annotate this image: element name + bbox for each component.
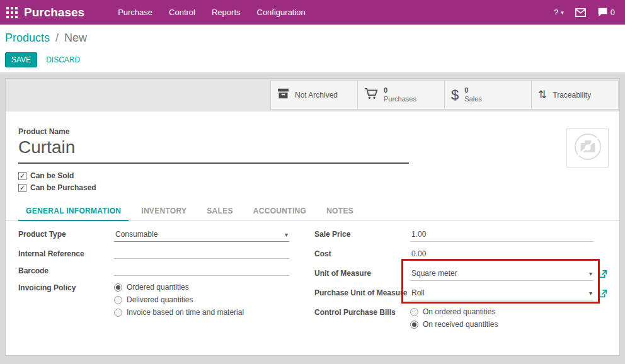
traceability-stat-button[interactable]: ⇅ Traceability bbox=[531, 80, 619, 110]
messages-icon[interactable] bbox=[575, 8, 586, 17]
discard-button[interactable]: DISCARD bbox=[46, 55, 80, 64]
radio-invoice-time-material[interactable]: Invoice based on time and material bbox=[114, 308, 244, 317]
internal-reference-label: Internal Reference bbox=[18, 248, 114, 258]
app-title[interactable]: Purchases bbox=[24, 6, 84, 20]
unit-of-measure-value: Square meter bbox=[411, 269, 585, 278]
product-type-value: Consumable bbox=[115, 230, 281, 239]
menu-reports[interactable]: Reports bbox=[204, 0, 249, 25]
radio-selected-icon bbox=[410, 321, 418, 329]
menu-control[interactable]: Control bbox=[161, 0, 204, 25]
tab-sales[interactable]: SALES bbox=[199, 203, 241, 220]
cost-input[interactable]: 0.00 bbox=[410, 248, 593, 261]
dollar-icon: $ bbox=[451, 87, 459, 103]
field-internal-reference: Internal Reference bbox=[18, 248, 289, 259]
traceability-stat-label: Traceability bbox=[553, 91, 591, 100]
product-type-select[interactable]: Consumable ▾ bbox=[114, 229, 289, 242]
sale-price-input[interactable]: 1.00 bbox=[410, 229, 593, 242]
can-be-sold-checkbox[interactable]: ✓ Can be Sold bbox=[18, 171, 96, 180]
sale-price-label: Sale Price bbox=[314, 229, 410, 239]
field-unit-of-measure: Unit of Measure Square meter ▾ bbox=[314, 268, 607, 281]
apps-menu-icon[interactable] bbox=[6, 7, 18, 18]
purchase-unit-of-measure-label: Purchase Unit of Measure bbox=[314, 287, 410, 297]
traceability-icon: ⇅ bbox=[538, 88, 547, 101]
help-menu[interactable]: ? ▾ bbox=[554, 8, 564, 17]
radio-label: Ordered quantities bbox=[127, 283, 189, 292]
form-sheet: Not Archived 0 Purchases $ 0 Sales ⇅ Tra… bbox=[5, 78, 620, 356]
cost-value: 0.00 bbox=[411, 249, 592, 258]
field-barcode: Barcode bbox=[18, 265, 289, 276]
tab-accounting[interactable]: ACCOUNTING bbox=[246, 203, 314, 220]
external-link-icon[interactable] bbox=[599, 290, 607, 298]
tab-notes[interactable]: NOTES bbox=[319, 203, 361, 220]
radio-on-ordered-quantities[interactable]: On ordered quantities bbox=[410, 307, 498, 316]
invoicing-policy-options: Ordered quantities Delivered quantities … bbox=[114, 282, 244, 317]
unit-of-measure-label: Unit of Measure bbox=[314, 268, 410, 278]
cost-label: Cost bbox=[314, 248, 410, 258]
camera-icon bbox=[570, 131, 605, 165]
field-purchase-unit-of-measure: Purchase Unit of Measure Roll ▾ bbox=[314, 287, 607, 300]
product-type-label: Product Type bbox=[18, 229, 114, 239]
general-information-fields: Product Type Consumable ▾ Internal Refer… bbox=[18, 229, 607, 335]
radio-label: Invoice based on time and material bbox=[127, 308, 244, 317]
sale-price-value: 1.00 bbox=[411, 230, 592, 239]
save-button[interactable]: SAVE bbox=[5, 52, 37, 67]
chat-count-badge: 0 bbox=[611, 8, 615, 17]
top-menu: Purchase Control Reports Configuration bbox=[110, 0, 314, 25]
chat-icon[interactable]: 0 bbox=[597, 8, 615, 17]
can-be-purchased-label: Can be Purchased bbox=[30, 183, 96, 192]
purchases-stat-label: Purchases bbox=[384, 95, 416, 103]
control-purchase-bills-options: On ordered quantities On received quanti… bbox=[410, 307, 498, 329]
radio-unselected-icon bbox=[114, 296, 122, 304]
unit-of-measure-select[interactable]: Square meter ▾ bbox=[410, 268, 593, 281]
radio-unselected-icon bbox=[114, 309, 122, 317]
radio-ordered-quantities[interactable]: Ordered quantities bbox=[114, 283, 244, 292]
purchases-count: 0 bbox=[384, 86, 416, 94]
tab-inventory[interactable]: INVENTORY bbox=[134, 203, 194, 220]
chevron-down-icon: ▾ bbox=[285, 231, 288, 238]
product-flags: ✓ Can be Sold ✓ Can be Purchased bbox=[18, 171, 96, 192]
field-control-purchase-bills: Control Purchase Bills On ordered quanti… bbox=[314, 307, 607, 329]
field-cost: Cost 0.00 bbox=[314, 248, 607, 261]
product-name-label: Product Name bbox=[18, 127, 69, 136]
breadcrumb-products-link[interactable]: Products bbox=[5, 31, 50, 44]
breadcrumb-separator: / bbox=[55, 31, 59, 44]
sales-stat-label: Sales bbox=[464, 95, 482, 103]
fields-left-column: Product Type Consumable ▾ Internal Refer… bbox=[18, 229, 289, 335]
field-product-type: Product Type Consumable ▾ bbox=[18, 229, 289, 242]
archive-icon bbox=[277, 88, 289, 101]
field-invoicing-policy: Invoicing Policy Ordered quantities Deli… bbox=[18, 282, 289, 317]
help-icon: ? bbox=[554, 8, 558, 17]
tab-general-information[interactable]: GENERAL INFORMATION bbox=[18, 203, 129, 221]
sales-stat-button[interactable]: $ 0 Sales bbox=[444, 80, 532, 110]
chevron-down-icon: ▾ bbox=[589, 290, 592, 297]
stat-button-row: Not Archived 0 Purchases $ 0 Sales ⇅ Tra… bbox=[271, 80, 619, 110]
archive-stat-label: Not Archived bbox=[295, 91, 338, 100]
chevron-down-icon: ▾ bbox=[561, 9, 564, 16]
menu-purchase[interactable]: Purchase bbox=[110, 0, 161, 25]
control-purchase-bills-label: Control Purchase Bills bbox=[314, 307, 410, 317]
archive-stat-button[interactable]: Not Archived bbox=[270, 80, 358, 110]
radio-delivered-quantities[interactable]: Delivered quantities bbox=[114, 295, 244, 304]
menu-configuration[interactable]: Configuration bbox=[249, 0, 314, 25]
internal-reference-input[interactable] bbox=[114, 248, 289, 259]
product-name-input[interactable]: Curtain bbox=[18, 137, 409, 164]
barcode-input[interactable] bbox=[114, 265, 289, 276]
radio-unselected-icon bbox=[410, 308, 418, 316]
fields-right-column: Sale Price 1.00 Cost 0.00 Unit of Measur… bbox=[314, 229, 607, 335]
purchases-stat-button[interactable]: 0 Purchases bbox=[357, 80, 445, 110]
radio-selected-icon bbox=[114, 283, 122, 292]
control-panel-buttons: SAVE DISCARD bbox=[5, 52, 620, 67]
checkbox-checked-icon: ✓ bbox=[18, 172, 26, 180]
invoicing-policy-label: Invoicing Policy bbox=[18, 282, 114, 292]
control-panel: Products / New SAVE DISCARD bbox=[0, 25, 625, 72]
cart-icon bbox=[364, 88, 378, 102]
barcode-label: Barcode bbox=[18, 265, 114, 275]
radio-on-received-quantities[interactable]: On received quantities bbox=[410, 320, 498, 329]
can-be-purchased-checkbox[interactable]: ✓ Can be Purchased bbox=[18, 183, 96, 192]
product-image-placeholder[interactable] bbox=[566, 128, 609, 168]
breadcrumb-current: New bbox=[64, 31, 87, 44]
topbar-right: ? ▾ 0 bbox=[554, 8, 625, 17]
purchase-unit-of-measure-select[interactable]: Roll ▾ bbox=[410, 287, 593, 300]
sales-count: 0 bbox=[464, 86, 482, 94]
external-link-icon[interactable] bbox=[599, 270, 607, 278]
